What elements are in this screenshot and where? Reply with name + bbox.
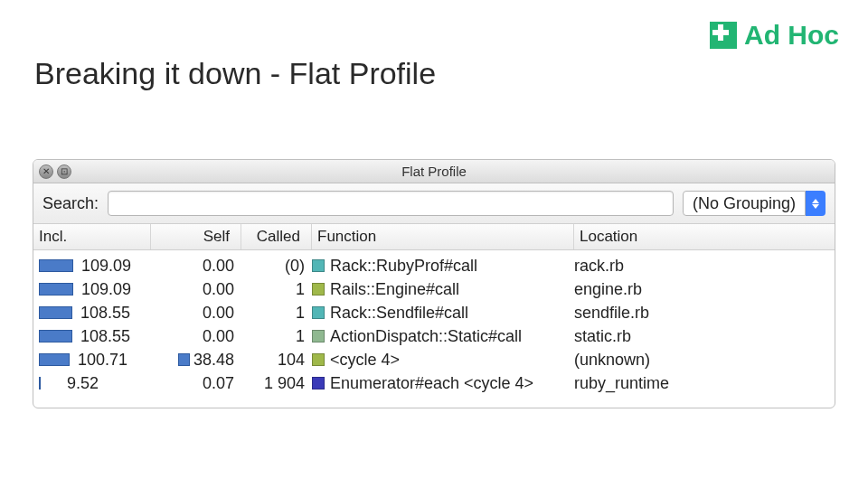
window-button-2[interactable]: ⊡: [57, 164, 71, 179]
cell-self: 0.07: [151, 374, 241, 393]
brand-name: Ad Hoc: [744, 20, 839, 51]
window-title: Flat Profile: [401, 164, 467, 179]
search-label: Search:: [42, 194, 99, 213]
cell-function: Rack::RubyProf#call: [312, 257, 574, 276]
self-value: 0.00: [203, 280, 234, 299]
function-swatch-icon: [312, 283, 325, 296]
profiler-window: ✕ ⊡ Flat Profile Search: (No Grouping) I…: [33, 159, 835, 408]
function-name: ActionDispatch::Static#call: [330, 327, 522, 346]
self-value: 0.00: [203, 257, 234, 276]
cell-incl: 9.52: [39, 374, 151, 393]
close-button[interactable]: ✕: [39, 164, 53, 179]
self-bar-icon: [178, 353, 190, 366]
incl-bar-icon: [39, 353, 70, 366]
cell-incl: 109.09: [39, 257, 151, 276]
titlebar: ✕ ⊡ Flat Profile: [33, 160, 835, 183]
cell-called: 1: [241, 327, 312, 346]
cell-self: 0.00: [151, 257, 241, 276]
table-row[interactable]: 109.090.001Rails::Engine#callengine.rb: [39, 277, 829, 301]
cell-function: <cycle 4>: [312, 351, 574, 370]
cell-location: static.rb: [574, 327, 829, 346]
cell-function: Rack::Sendfile#call: [312, 304, 574, 323]
function-swatch-icon: [312, 330, 325, 343]
function-name: Rack::Sendfile#call: [330, 304, 468, 323]
incl-bar-icon: [39, 306, 72, 319]
cell-incl: 108.55: [39, 327, 151, 346]
table-header: Incl. Self Called Function Location: [33, 224, 835, 250]
cell-incl: 100.71: [39, 351, 151, 370]
self-value: 0.07: [203, 374, 234, 393]
function-name: Rack::RubyProf#call: [330, 257, 477, 276]
cell-location: sendfile.rb: [574, 304, 829, 323]
col-header-incl[interactable]: Incl.: [33, 224, 151, 249]
cell-function: Enumerator#each <cycle 4>: [312, 374, 574, 393]
cell-incl: 108.55: [39, 304, 151, 323]
incl-value: 109.09: [77, 257, 131, 276]
col-header-self[interactable]: Self: [151, 224, 241, 249]
incl-value: 109.09: [77, 280, 131, 299]
cell-function: Rails::Engine#call: [312, 280, 574, 299]
cell-location: rack.rb: [574, 257, 829, 276]
titlebar-controls: ✕ ⊡: [39, 164, 71, 179]
search-input[interactable]: [108, 191, 674, 216]
col-header-function[interactable]: Function: [312, 224, 574, 249]
cell-function: ActionDispatch::Static#call: [312, 327, 574, 346]
function-swatch-icon: [312, 377, 325, 389]
table-row[interactable]: 109.090.00(0)Rack::RubyProf#callrack.rb: [39, 254, 829, 277]
brand-logo: Ad Hoc: [710, 20, 839, 51]
incl-value: 100.71: [73, 351, 127, 370]
cell-location: engine.rb: [574, 280, 829, 299]
self-value: 0.00: [203, 304, 234, 323]
incl-value: 9.52: [44, 374, 99, 393]
function-swatch-icon: [312, 353, 325, 366]
incl-bar-icon: [39, 377, 41, 389]
incl-value: 108.55: [76, 304, 130, 323]
col-header-location[interactable]: Location: [574, 224, 835, 249]
cell-location: ruby_runtime: [574, 374, 829, 393]
cell-called: 104: [241, 351, 312, 370]
function-name: Rails::Engine#call: [330, 280, 459, 299]
incl-bar-icon: [39, 259, 73, 272]
grouping-select[interactable]: (No Grouping): [683, 191, 826, 216]
col-header-called[interactable]: Called: [241, 224, 312, 249]
cell-self: 0.00: [151, 304, 241, 323]
incl-value: 108.55: [76, 327, 130, 346]
cell-called: (0): [241, 257, 312, 276]
function-name: Enumerator#each <cycle 4>: [330, 374, 533, 393]
brand-mark-icon: [710, 22, 737, 49]
incl-bar-icon: [39, 283, 73, 296]
table-row[interactable]: 100.7138.48104<cycle 4>(unknown): [39, 348, 829, 371]
cell-called: 1: [241, 304, 312, 323]
cell-location: (unknown): [574, 351, 829, 370]
cell-self: 0.00: [151, 280, 241, 299]
function-swatch-icon: [312, 306, 325, 319]
table-body: 109.090.00(0)Rack::RubyProf#callrack.rb1…: [33, 250, 835, 408]
slide-title: Breaking it down - Flat Profile: [34, 56, 436, 91]
self-value: 0.00: [203, 327, 234, 346]
toolbar: Search: (No Grouping): [33, 183, 835, 224]
cell-called: 1 904: [241, 374, 312, 393]
cell-called: 1: [241, 280, 312, 299]
cell-self: 38.48: [151, 351, 241, 370]
table-row[interactable]: 9.520.071 904Enumerator#each <cycle 4>ru…: [39, 371, 829, 395]
function-swatch-icon: [312, 259, 325, 272]
grouping-selected-label: (No Grouping): [683, 191, 806, 216]
function-name: <cycle 4>: [330, 351, 400, 370]
incl-bar-icon: [39, 330, 72, 343]
cell-incl: 109.09: [39, 280, 151, 299]
cell-self: 0.00: [151, 327, 241, 346]
table-row[interactable]: 108.550.001ActionDispatch::Static#callst…: [39, 324, 829, 348]
self-value: 38.48: [193, 351, 234, 370]
table-row[interactable]: 108.550.001Rack::Sendfile#callsendfile.r…: [39, 301, 829, 324]
stepper-arrows-icon: [806, 191, 826, 216]
